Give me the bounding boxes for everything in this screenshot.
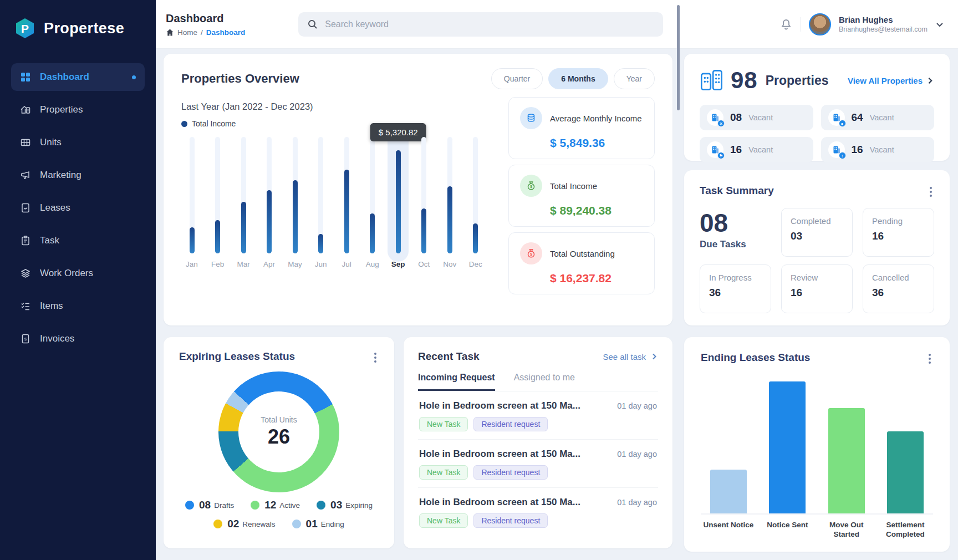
ending-bar-column[interactable] [702,470,755,513]
coins-icon [520,107,542,129]
sidebar-item-marketing[interactable]: Marketing [11,161,145,189]
sidebar-item-label: Items [40,301,63,312]
range-year-button[interactable]: Year [614,68,655,89]
sidebar-item-label: Leases [40,202,70,213]
sidebar-item-units[interactable]: Units [11,129,145,156]
chevron-right-icon [650,353,658,360]
legend-value: 02 [227,518,239,530]
bar-label: May [288,260,302,268]
legend-item: 12Active [251,499,300,511]
task-stat-value: 36 [872,287,925,299]
view-all-properties-link[interactable]: View All Properties [848,76,934,85]
task-stat-in-progress[interactable]: In Progress 36 [700,264,771,313]
overview-bar-sep[interactable]: $ 5,320.82Sep [388,137,409,268]
bar-track [267,137,272,253]
tab-incoming-request[interactable]: Incoming Request [418,373,495,391]
tab-assigned-to-me[interactable]: Assigned to me [514,373,575,391]
legend-dot [251,501,259,510]
vacancy-box[interactable]: ● 64 Vacant [821,105,935,130]
task-list-item[interactable]: Hole in Bedroom screen at 150 Ma... 01 d… [418,391,658,440]
sidebar-item-dashboard[interactable]: Dashboard [11,63,145,91]
vacancy-box[interactable]: ✕ 08 Vacant [700,105,813,130]
overview-bar-nov[interactable]: Nov [439,137,460,268]
vacancy-box[interactable]: ! 16 Vacant [821,137,935,162]
task-list-item[interactable]: Hole in Bedroom screen at 150 Ma... 01 d… [418,488,658,536]
vacancy-box[interactable]: ⚑ 16 Vacant [700,137,813,162]
overview-bar-may[interactable]: May [284,137,305,268]
vacancy-label: Vacant [748,145,773,154]
badge-glyph: ✕ [717,120,725,127]
see-all-task-link[interactable]: See all task [603,352,658,362]
breadcrumb-separator: / [201,28,203,37]
bar-track [370,137,375,253]
vacancy-count: 16 [852,144,863,156]
home-icon[interactable] [166,28,174,37]
bar-label: Apr [263,260,275,268]
task-stat-pending[interactable]: Pending 16 [863,208,934,257]
overview-stats: Average Monthly Income $ 5,849.36 $ Tota… [508,97,655,294]
content-scrollbar[interactable] [677,5,680,110]
overview-bar-mar[interactable]: Mar [233,137,254,268]
resident-request-badge[interactable]: Resident request [473,465,548,480]
sidebar-item-task[interactable]: Task [11,227,145,254]
task-title: Hole in Bedroom screen at 150 Ma... [419,449,580,460]
new-task-badge[interactable]: New Task [419,513,468,528]
overview-bar-aug[interactable]: Aug [362,137,383,268]
chevron-down-icon[interactable] [935,20,944,29]
ending-bar-column[interactable] [879,431,932,513]
task-stat-completed[interactable]: Completed 03 [781,208,853,257]
legend-label: Renewals [242,520,275,528]
range-quarter-button[interactable]: Quarter [491,68,543,89]
task-stat-label: Cancelled [872,273,925,282]
task-summary-title: Task Summary [700,185,774,197]
kebab-menu-icon[interactable] [372,350,379,365]
sidebar-item-invoices[interactable]: $ Invoices [11,325,145,353]
overview-bar-feb[interactable]: Feb [207,137,228,268]
notification-bell-icon[interactable] [779,18,793,31]
sidebar-item-work-orders[interactable]: Work Orders [11,259,145,287]
leases-donut-chart: Total Units 26 [218,371,339,492]
new-task-badge[interactable]: New Task [419,465,468,480]
resident-request-badge[interactable]: Resident request [473,417,548,431]
user-email: Brianhughes@testemail.com [839,26,928,33]
sidebar-item-properties[interactable]: Properties [11,96,145,124]
overview-bar-apr[interactable]: Apr [259,137,280,268]
resident-request-badge[interactable]: Resident request [473,513,548,528]
overview-bar-jul[interactable]: Jul [336,137,357,268]
range-6months-button[interactable]: 6 Months [548,68,608,89]
overview-bar-jan[interactable]: Jan [181,137,202,268]
dashboard-content: Properties Overview Quarter 6 Months Yea… [156,49,958,560]
avatar[interactable] [809,13,831,35]
search-bar[interactable] [298,12,663,37]
app-logo[interactable]: P Propertese [11,12,145,40]
overview-bar-oct[interactable]: Oct [414,137,435,268]
stat-value: $ 5,849.36 [550,136,643,150]
topbar: Dashboard Home / Dashboard Bria [156,0,958,49]
task-stat-review[interactable]: Review 16 [781,264,853,313]
search-input[interactable] [325,19,654,29]
ending-leases-title: Ending Leases Status [701,352,810,364]
breadcrumb-home[interactable]: Home [177,28,197,37]
new-task-badge[interactable]: New Task [419,417,468,431]
bar-track [215,137,220,253]
legend-dot [213,520,222,528]
bar-fill [241,202,246,253]
sidebar-item-label: Properties [40,104,83,115]
legend-label: Expiring [345,501,373,510]
kebab-menu-icon[interactable] [928,185,934,199]
kebab-menu-icon[interactable] [926,352,933,366]
building-alert-icon: ! [828,141,845,158]
task-list-item[interactable]: Hole in Bedroom screen at 150 Ma... 01 d… [418,440,658,488]
task-stat-cancelled[interactable]: Cancelled 36 [863,264,934,313]
units-icon [20,137,31,148]
chevron-right-icon [926,77,934,85]
legend-dot [292,520,301,528]
overview-bar-jun[interactable]: Jun [310,137,332,268]
ending-bar-column[interactable] [761,381,814,513]
overview-bar-dec[interactable]: Dec [465,137,486,268]
sidebar-item-leases[interactable]: Leases [11,194,145,222]
ending-bar-column[interactable] [820,408,873,513]
user-info[interactable]: Brian Hughes Brianhughes@testemail.com [839,15,928,33]
sidebar-item-items[interactable]: Items [11,292,145,320]
vacancy-count: 64 [852,111,863,124]
